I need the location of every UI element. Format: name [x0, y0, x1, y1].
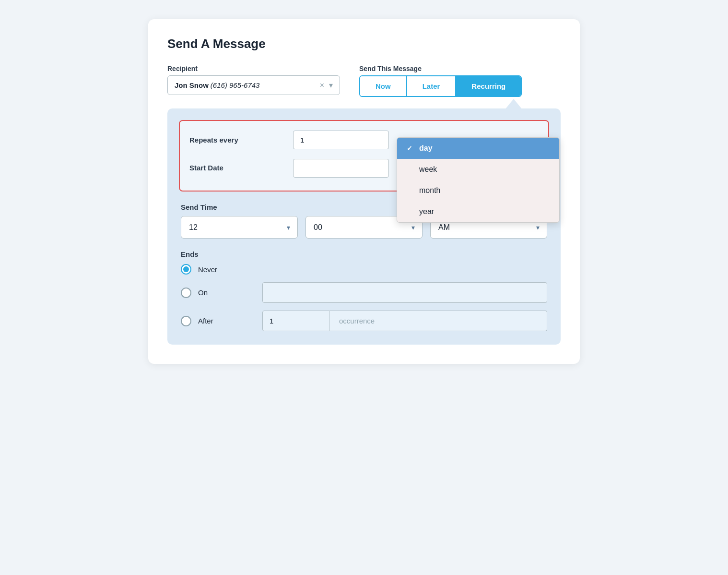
- radio-on[interactable]: [181, 288, 191, 298]
- page-title: Send A Message: [167, 36, 561, 51]
- ends-options: Never On After occurrence: [181, 264, 547, 331]
- repeats-number-input[interactable]: [293, 131, 389, 149]
- hour-wrapper: 12 ▾: [181, 216, 298, 239]
- ends-never-label: Never: [198, 265, 256, 274]
- recipient-actions: × ▾: [320, 81, 333, 90]
- tab-group: Now Later Recurring: [359, 75, 522, 97]
- dropdown-option-day-label: day: [419, 144, 433, 153]
- radio-after[interactable]: [181, 316, 191, 326]
- radio-never[interactable]: [181, 264, 191, 275]
- dropdown-option-week-label: week: [419, 165, 437, 174]
- ends-after-row: After occurrence: [181, 311, 547, 331]
- occurrence-suffix: occurrence: [329, 311, 547, 331]
- recipient-name: Jon Snow: [175, 81, 209, 89]
- start-date-input[interactable]: [293, 159, 389, 178]
- dropdown-option-month[interactable]: ✓ month: [397, 180, 559, 201]
- ends-on-row: On: [181, 282, 547, 303]
- ends-label: Ends: [181, 250, 547, 258]
- ends-section: Ends Never On: [179, 250, 549, 331]
- clear-icon[interactable]: ×: [320, 81, 324, 90]
- dropdown-option-month-label: month: [419, 186, 440, 195]
- tab-now[interactable]: Now: [360, 76, 407, 96]
- repeats-section: Repeats every ✓ day ✓ week: [179, 120, 549, 192]
- panel-arrow: [505, 99, 522, 109]
- send-this-message-group: Send This Message Now Later Recurring: [359, 65, 522, 97]
- dropdown-option-year-label: year: [419, 207, 434, 216]
- repeats-row: Repeats every ✓ day ✓ week: [189, 131, 539, 149]
- recipient-group: Recipient Jon Snow (616) 965-6743 × ▾: [167, 65, 340, 95]
- occurrence-number-input[interactable]: [262, 311, 329, 331]
- panel-inner: Repeats every ✓ day ✓ week: [167, 108, 561, 345]
- tab-recurring[interactable]: Recurring: [456, 76, 521, 96]
- repeats-every-label: Repeats every: [189, 136, 285, 144]
- recipient-label: Recipient: [167, 65, 340, 72]
- main-panel: Repeats every ✓ day ✓ week: [167, 108, 561, 345]
- dropdown-option-year[interactable]: ✓ year: [397, 201, 559, 222]
- dropdown-icon[interactable]: ▾: [329, 81, 333, 90]
- top-row: Recipient Jon Snow (616) 965-6743 × ▾ Se…: [167, 65, 561, 97]
- send-this-message-label: Send This Message: [359, 65, 522, 72]
- dropdown-option-week[interactable]: ✓ week: [397, 159, 559, 180]
- start-date-label: Start Date: [189, 159, 285, 172]
- ends-on-label: On: [198, 288, 256, 297]
- ends-never-row: Never: [181, 264, 547, 275]
- ends-on-input[interactable]: [262, 282, 547, 303]
- ends-after-label: After: [198, 317, 256, 325]
- frequency-dropdown[interactable]: ✓ day ✓ week ✓ month: [397, 137, 560, 223]
- recipient-input[interactable]: Jon Snow (616) 965-6743 × ▾: [167, 75, 340, 95]
- send-message-card: Send A Message Recipient Jon Snow (616) …: [148, 19, 580, 364]
- dropdown-option-day[interactable]: ✓ day: [397, 138, 559, 159]
- check-mark: ✓: [407, 144, 414, 152]
- recipient-phone: (616) 965-6743: [211, 81, 260, 89]
- occurrence-row: occurrence: [262, 311, 547, 331]
- tab-later[interactable]: Later: [407, 76, 457, 96]
- hour-select[interactable]: 12: [181, 216, 298, 239]
